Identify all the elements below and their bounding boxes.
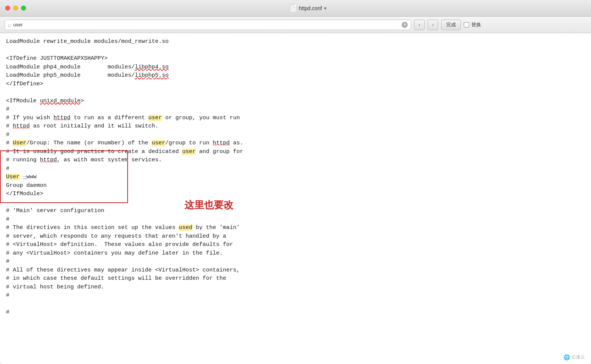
watermark-text: 亿速云 [571, 354, 585, 360]
code-line: LoadModule php5_module modules/libphp5.s… [6, 71, 585, 80]
code-line: <IfModule unixd_module> [6, 97, 585, 106]
code-line [6, 199, 585, 207]
traffic-lights [5, 6, 26, 11]
code-line: # All of these directives may appear ins… [6, 266, 585, 275]
code-line: # [6, 215, 585, 224]
complete-button[interactable]: 完成 [441, 20, 461, 30]
title-dropdown-icon[interactable]: ▾ [324, 6, 326, 11]
code-line: # any <VirtualHost> containers you may d… [6, 249, 585, 258]
code-line: # [6, 105, 585, 114]
title-bar: httpd.conf ▾ [0, 0, 591, 17]
code-line: <IfDefine JUSTTOMAKEAPXSHAPPY> [6, 55, 585, 63]
next-match-button[interactable]: › [428, 20, 438, 30]
code-line: # server, which responds to any requests… [6, 232, 585, 241]
search-clear-button[interactable]: ✕ [402, 22, 408, 28]
watermark-icon: 🌐 [564, 354, 570, 360]
file-icon [290, 4, 297, 12]
code-line: </IfModule> [6, 190, 585, 199]
code-line: # <VirtualHost> definition. These values… [6, 241, 585, 249]
toolbar: ⌕ ✕ ‹ › 完成 替换 [0, 17, 591, 33]
code-line: # httpd as root initially and it will sw… [6, 122, 585, 131]
replace-checkbox[interactable] [464, 22, 469, 27]
window-title: httpd.conf [299, 5, 322, 11]
code-line: # [6, 308, 585, 317]
code-line: # The directives in this section set up … [6, 224, 585, 232]
maximize-button[interactable] [21, 6, 26, 11]
title-area: httpd.conf ▾ [30, 4, 586, 12]
code-line: # [6, 258, 585, 266]
code-line: Group daemon [6, 182, 585, 190]
code-line: # 'Main' server configuration [6, 207, 585, 215]
search-icon: ⌕ [8, 22, 11, 28]
replace-area: 替换 [464, 21, 481, 28]
search-container: ⌕ ✕ [5, 20, 411, 30]
prev-match-button[interactable]: ‹ [414, 20, 425, 30]
code-line: # running httpd, as with most system ser… [6, 156, 585, 165]
code-line: # [6, 165, 585, 173]
code-line: # If you wish httpd to run as a differen… [6, 114, 585, 123]
close-button[interactable] [5, 6, 10, 11]
code-line: # It is usually good practice to create … [6, 148, 585, 156]
main-window: httpd.conf ▾ ⌕ ✕ ‹ › 完成 替换 这里也要改 LoadMod… [0, 0, 591, 364]
watermark: 🌐 亿速云 [564, 354, 585, 360]
code-line: User _www [6, 173, 585, 182]
editor-area[interactable]: 这里也要改 LoadModule rewrite_module modules/… [0, 33, 591, 322]
replace-label: 替换 [471, 21, 481, 28]
code-line: LoadModule rewrite_module modules/mod_re… [6, 38, 585, 46]
code-line [6, 88, 585, 97]
code-line: # User/Group: The name (or #number) of t… [6, 139, 585, 148]
code-line: # [6, 131, 585, 140]
code-line: # [6, 291, 585, 300]
code-line: # in which case these default settings w… [6, 275, 585, 283]
code-line [6, 46, 585, 55]
code-line: </IfDefine> [6, 80, 585, 89]
code-line: # virtual host being defined. [6, 283, 585, 292]
search-input[interactable] [13, 22, 399, 27]
minimize-button[interactable] [13, 6, 18, 11]
code-line: LoadModule php4_module modules/libphp4.s… [6, 63, 585, 72]
code-line [6, 300, 585, 309]
